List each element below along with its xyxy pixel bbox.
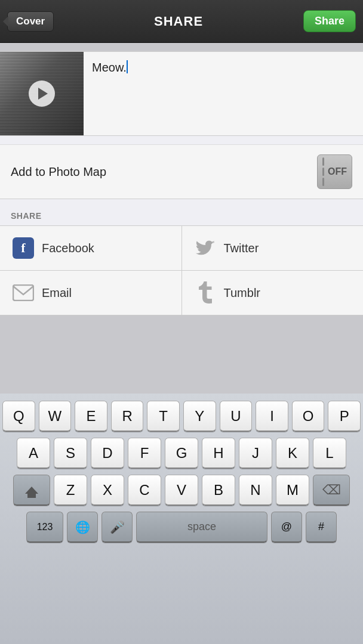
key-l[interactable]: L xyxy=(313,438,346,469)
email-icon xyxy=(12,281,35,304)
key-i[interactable]: I xyxy=(256,401,288,432)
back-button[interactable]: Cover xyxy=(7,11,54,32)
shift-icon xyxy=(25,487,38,494)
twitter-icon xyxy=(194,237,217,259)
backspace-key[interactable]: ⌫ xyxy=(313,475,350,506)
key-o[interactable]: O xyxy=(292,401,325,432)
key-r[interactable]: R xyxy=(111,401,144,432)
toggle-line-1 xyxy=(322,157,324,166)
key-c[interactable]: C xyxy=(128,475,161,506)
text-cursor xyxy=(127,60,128,73)
keyboard-row-3: Z X C V B N M ⌫ xyxy=(2,475,361,506)
key-m[interactable]: M xyxy=(276,475,309,506)
key-e[interactable]: E xyxy=(75,401,107,432)
share-row-1: f Facebook Twitter xyxy=(0,226,363,271)
caption-text: Meow. xyxy=(92,61,127,74)
photo-map-row: Add to Photo Map OFF xyxy=(0,144,363,199)
play-triangle-icon xyxy=(38,88,48,100)
photo-map-toggle[interactable]: OFF xyxy=(317,154,352,189)
at-key[interactable]: @ xyxy=(271,512,302,543)
share-row-2: Email Tumblr xyxy=(0,271,363,315)
backspace-icon: ⌫ xyxy=(322,482,341,498)
key-f[interactable]: F xyxy=(128,438,161,469)
key-g[interactable]: G xyxy=(165,438,198,469)
tumblr-label: Tumblr xyxy=(224,286,260,300)
key-d[interactable]: D xyxy=(91,438,124,469)
key-b[interactable]: B xyxy=(202,475,235,506)
key-a[interactable]: A xyxy=(17,438,50,469)
header: Cover SHARE Share xyxy=(0,0,363,43)
microphone-icon: 🎤 xyxy=(110,520,125,534)
keyboard-row-2: A S D F G H J K L xyxy=(2,438,361,469)
share-item-email[interactable]: Email xyxy=(0,271,182,315)
share-button[interactable]: Share xyxy=(303,10,356,32)
keyboard-row-4: 123 🌐 🎤 space @ # xyxy=(2,512,361,543)
share-item-facebook[interactable]: f Facebook xyxy=(0,226,182,270)
email-label: Email xyxy=(42,286,72,300)
key-t[interactable]: T xyxy=(147,401,180,432)
hash-key[interactable]: # xyxy=(306,512,337,543)
at-label: @ xyxy=(281,521,292,533)
media-card: Meow. xyxy=(0,51,363,136)
key-w[interactable]: W xyxy=(39,401,72,432)
facebook-icon: f xyxy=(12,237,35,259)
share-section: SHARE f Facebook Twitter xyxy=(0,211,363,315)
hash-label: # xyxy=(318,521,324,533)
key-j[interactable]: J xyxy=(239,438,272,469)
share-item-tumblr[interactable]: Tumblr xyxy=(182,271,364,315)
toggle-line-3 xyxy=(322,178,324,186)
key-v[interactable]: V xyxy=(165,475,198,506)
key-q[interactable]: Q xyxy=(2,401,35,432)
key-x[interactable]: X xyxy=(91,475,124,506)
key-p[interactable]: P xyxy=(328,401,361,432)
keyboard: Q W E R T Y U I O P A S D F G H J K L Z … xyxy=(0,394,363,644)
page-title: SHARE xyxy=(154,14,203,29)
space-key[interactable]: space xyxy=(136,512,267,543)
keyboard-row-1: Q W E R T Y U I O P xyxy=(2,401,361,432)
toggle-lines-icon xyxy=(322,157,324,186)
share-section-title: SHARE xyxy=(0,211,363,225)
tumblr-icon xyxy=(194,281,217,304)
numbers-key[interactable]: 123 xyxy=(26,512,63,543)
space-label: space xyxy=(187,521,216,533)
toggle-state-label: OFF xyxy=(328,166,347,177)
share-grid: f Facebook Twitter xyxy=(0,225,363,315)
media-text-area[interactable]: Meow. xyxy=(84,52,363,135)
share-item-twitter[interactable]: Twitter xyxy=(182,226,364,270)
globe-icon: 🌐 xyxy=(75,520,90,534)
content-area: Meow. Add to Photo Map OFF SHARE f F xyxy=(0,51,363,315)
svg-rect-0 xyxy=(13,285,33,301)
twitter-label: Twitter xyxy=(224,242,259,255)
facebook-logo: f xyxy=(13,237,34,259)
play-button[interactable] xyxy=(29,80,55,107)
numbers-label: 123 xyxy=(37,522,53,532)
globe-key[interactable]: 🌐 xyxy=(67,512,98,543)
shift-key[interactable] xyxy=(13,475,50,506)
media-thumbnail xyxy=(0,52,84,135)
key-u[interactable]: U xyxy=(220,401,253,432)
key-k[interactable]: K xyxy=(276,438,309,469)
key-n[interactable]: N xyxy=(239,475,272,506)
microphone-key[interactable]: 🎤 xyxy=(101,512,133,543)
key-s[interactable]: S xyxy=(54,438,87,469)
key-z[interactable]: Z xyxy=(54,475,87,506)
key-y[interactable]: Y xyxy=(183,401,216,432)
toggle-line-2 xyxy=(322,168,324,176)
photo-map-label: Add to Photo Map xyxy=(11,165,106,179)
facebook-label: Facebook xyxy=(42,242,94,255)
key-h[interactable]: H xyxy=(202,438,235,469)
